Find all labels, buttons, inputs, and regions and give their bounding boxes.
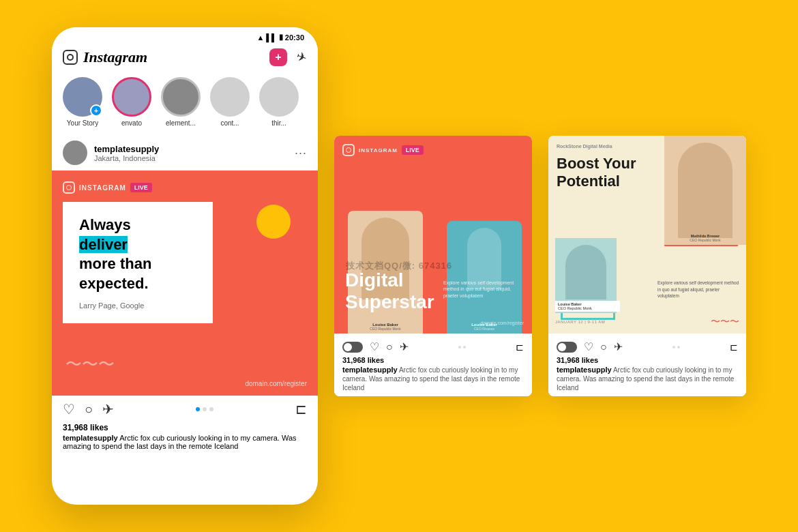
card1-desc: Explore various self development method … bbox=[443, 280, 525, 299]
card2-toggle[interactable] bbox=[557, 342, 577, 353]
story-avatar-envato bbox=[112, 77, 151, 117]
battery-icon: ▮ bbox=[279, 33, 283, 42]
card2-bookmark-icon[interactable]: ⊏ bbox=[730, 342, 738, 353]
post-user-avatar bbox=[63, 141, 87, 165]
card1-bookmark-icon[interactable]: ⊏ bbox=[516, 342, 524, 353]
quote-box: Always deliver more than expected. Larry… bbox=[63, 202, 213, 323]
story-item-element[interactable]: element... bbox=[161, 77, 201, 127]
instagram-badge: INSTAGRAM LIVE bbox=[63, 181, 152, 194]
card2-toggle-knob bbox=[558, 343, 566, 351]
your-story-label: Your Story bbox=[67, 119, 98, 127]
card1-toggle-knob bbox=[344, 343, 352, 351]
card1-actions: ♡ ○ ✈ ⊏ bbox=[342, 338, 524, 356]
card1-badge: INSTAGRAM LIVE bbox=[342, 144, 424, 156]
card2-title: Boost Your Potential bbox=[557, 155, 645, 191]
post-card-digital-superstar: INSTAGRAM LIVE Louise Baker CEO Republic… bbox=[334, 136, 532, 396]
live-badge: LIVE bbox=[130, 183, 152, 192]
card2-bottom: ♡ ○ ✈ ⊏ 31,968 likes templatesupply Arct… bbox=[548, 334, 746, 396]
card2-person-right: Mathilda Brewer CEO Republic Monk bbox=[664, 136, 746, 245]
camera-icon bbox=[63, 50, 78, 65]
direct-message-icon[interactable]: ✈ bbox=[295, 48, 310, 66]
stories-row: + Your Story envato element... cont... t… bbox=[52, 72, 318, 135]
your-story-avatar: + bbox=[63, 77, 102, 117]
story-avatar-4 bbox=[259, 77, 299, 117]
quote-author: Larry Page, Google bbox=[79, 301, 196, 310]
status-icons: ▲ ▌▌ ▮ 20:30 bbox=[256, 33, 304, 42]
card1-comment-icon[interactable]: ○ bbox=[386, 341, 393, 353]
card1-dots bbox=[415, 346, 509, 349]
post-image: INSTAGRAM LIVE Always deliver more than … bbox=[52, 171, 318, 396]
card1-dot-1 bbox=[458, 346, 461, 349]
card2-image: RockStone Digital Media Boost Your Poten… bbox=[548, 136, 746, 334]
like-icon[interactable]: ♡ bbox=[63, 401, 75, 417]
carousel-indicator bbox=[123, 407, 286, 411]
quote-text: Always deliver more than expected. bbox=[79, 216, 196, 293]
post-user-info: templatesupply Jakarta, Indonesia bbox=[94, 144, 288, 162]
quote-line4: expected. bbox=[79, 275, 149, 292]
card1-person-right: Louise Baker CEO Finance bbox=[447, 221, 522, 334]
share-icon[interactable]: ✈ bbox=[102, 401, 114, 417]
caption-username: templatesupply bbox=[63, 434, 118, 442]
story-item-envato[interactable]: envato bbox=[112, 77, 151, 127]
card1-caption: templatesupply Arctic fox cub curiously … bbox=[342, 366, 524, 392]
card2-person1-role: CEO Republic Monk bbox=[664, 238, 746, 242]
card2-caption: templatesupply Arctic fox cub curiously … bbox=[557, 366, 738, 392]
card1-ig-text: INSTAGRAM bbox=[359, 147, 398, 153]
card1-bottom: ♡ ○ ✈ ⊏ 31,968 likes templatesupply Arct… bbox=[334, 334, 532, 396]
likes-count: 31,968 likes bbox=[63, 423, 307, 432]
card1-ig-icon bbox=[342, 144, 355, 156]
card2-desc: Explore various self development method … bbox=[657, 280, 739, 299]
card1-person1-label: Louise Baker CEO Republic Monk bbox=[348, 323, 423, 331]
comment-icon[interactable]: ○ bbox=[85, 402, 93, 417]
story-label-envato: envato bbox=[121, 119, 142, 127]
bookmark-icon[interactable]: ⊏ bbox=[295, 401, 307, 417]
phone-status-bar: ▲ ▌▌ ▮ 20:30 bbox=[52, 27, 318, 44]
card1-toggle[interactable] bbox=[342, 342, 363, 353]
card1-live-badge: LIVE bbox=[402, 145, 424, 155]
post-location: Jakarta, Indonesia bbox=[94, 154, 288, 162]
post-header: templatesupply Jakarta, Indonesia ··· bbox=[52, 135, 318, 171]
card2-likes: 31,968 likes bbox=[557, 356, 738, 364]
card2-share-icon[interactable]: ✈ bbox=[614, 340, 623, 353]
quote-line3: more than bbox=[79, 255, 151, 272]
card2-dot-1 bbox=[673, 346, 675, 349]
quote-line2: deliver bbox=[79, 236, 128, 253]
story-label-element: element... bbox=[166, 119, 196, 127]
card1-dot-2 bbox=[463, 346, 466, 349]
card2-person3-label: Louise Baker CEO Republic Monk bbox=[555, 301, 620, 312]
dot-3 bbox=[209, 407, 213, 411]
card2-company: RockStone Digital Media bbox=[557, 144, 612, 149]
phone-mockup: ▲ ▌▌ ▮ 20:30 Instagram + ✈ + bbox=[52, 27, 318, 505]
mockups-container: ▲ ▌▌ ▮ 20:30 Instagram + ✈ + bbox=[25, 0, 773, 532]
card1-caption-user: templatesupply bbox=[342, 366, 398, 374]
domain-text: domain.com/register bbox=[245, 380, 307, 387]
instagram-logo: Instagram bbox=[63, 48, 147, 66]
post-username[interactable]: templatesupply bbox=[94, 144, 288, 154]
dot-1 bbox=[196, 407, 200, 411]
post-actions: ♡ ○ ✈ ⊏ bbox=[52, 396, 318, 422]
story-item-4[interactable]: thir... bbox=[259, 77, 299, 127]
card2-dot-2 bbox=[677, 346, 680, 349]
wave-decoration: 〜〜〜 bbox=[65, 353, 115, 375]
ig-badge-icon bbox=[63, 181, 75, 194]
add-post-icon[interactable]: + bbox=[269, 48, 287, 66]
add-story-btn[interactable]: + bbox=[90, 104, 102, 117]
card2-comment-icon[interactable]: ○ bbox=[600, 341, 607, 353]
card1-domain: domain.com/register bbox=[481, 321, 524, 325]
card2-caption-user: templatesupply bbox=[557, 366, 612, 374]
card1-title: Digital Superstar bbox=[345, 269, 434, 313]
story-item-3[interactable]: cont... bbox=[210, 77, 250, 127]
story-avatar-3 bbox=[210, 77, 250, 117]
story-label-4: thir... bbox=[271, 119, 286, 127]
post-more-icon[interactable]: ··· bbox=[295, 146, 307, 160]
post-caption-area: 31,968 likes templatesupply Arctic fox c… bbox=[52, 422, 318, 456]
card2-wave: 〜〜〜 bbox=[711, 316, 739, 328]
yellow-circle-deco bbox=[256, 205, 291, 239]
card1-share-icon[interactable]: ✈ bbox=[400, 340, 409, 353]
story-item-your[interactable]: + Your Story bbox=[63, 77, 102, 127]
instagram-header: Instagram + ✈ bbox=[52, 44, 318, 72]
card2-like-icon[interactable]: ♡ bbox=[584, 340, 593, 353]
card1-like-icon[interactable]: ♡ bbox=[370, 340, 379, 353]
card1-likes: 31,968 likes bbox=[342, 356, 524, 364]
dot-2 bbox=[203, 407, 207, 411]
